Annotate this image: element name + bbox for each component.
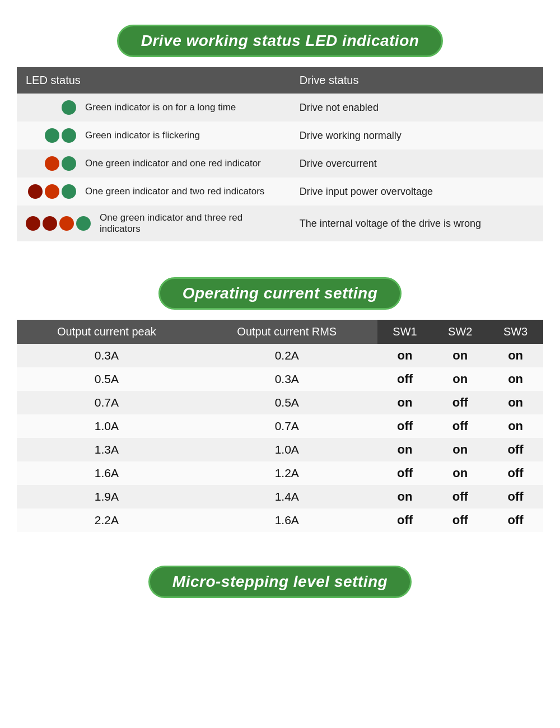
led-status-cell: One green indicator and two red indicato…	[17, 178, 291, 206]
current-cell-2: off	[377, 508, 433, 532]
current-cell-2: off	[377, 367, 433, 391]
current-table-row: 2.2A1.6Aoffoffoff	[17, 508, 543, 532]
micro-section-header: Micro-stepping level setting	[17, 566, 543, 598]
drive-status-text: Drive not enabled	[291, 94, 543, 122]
current-cell-2: on	[377, 438, 433, 461]
current-cell-2: on	[377, 485, 433, 508]
led-description: Green indicator is on for a long time	[80, 102, 282, 113]
drive-status-text: Drive working normally	[291, 122, 543, 150]
current-table-row: 0.5A0.3Aoffonon	[17, 367, 543, 391]
current-cell-4: on	[488, 367, 543, 391]
dots-area	[26, 184, 76, 199]
led-col1-header: LED status	[17, 67, 291, 94]
current-cell-1: 1.2A	[197, 461, 377, 485]
current-cell-0: 2.2A	[17, 508, 197, 532]
current-cell-2: on	[377, 344, 433, 367]
drive-status-text: The internal voltage of the drive is wro…	[291, 206, 543, 241]
led-status-cell: One green indicator and three red indica…	[17, 206, 291, 241]
drive-status-text: Drive overcurrent	[291, 150, 543, 178]
green-dot	[62, 100, 76, 115]
current-cell-1: 0.7A	[197, 414, 377, 438]
led-status-cell: Green indicator is flickering	[17, 122, 291, 150]
led-description: One green indicator and two red indicato…	[80, 186, 282, 197]
led-status-cell: One green indicator and one red indicato…	[17, 150, 291, 178]
current-col-header-3: SW2	[432, 320, 488, 344]
led-title: Drive working status LED indication	[141, 32, 419, 49]
red-dot	[45, 184, 59, 199]
current-col-header-4: SW3	[488, 320, 543, 344]
dark-red-dot	[43, 216, 57, 231]
current-cell-0: 1.6A	[17, 461, 197, 485]
current-cell-4: on	[488, 344, 543, 367]
current-cell-2: on	[377, 391, 433, 414]
current-cell-3: off	[432, 508, 488, 532]
current-table-row: 0.3A0.2Aononon	[17, 344, 543, 367]
current-table-row: 0.7A0.5Aonoffon	[17, 391, 543, 414]
led-table: LED status Drive status Green indicator …	[17, 67, 543, 241]
current-cell-1: 0.3A	[197, 367, 377, 391]
current-cell-4: on	[488, 414, 543, 438]
current-cell-3: on	[432, 367, 488, 391]
led-status-cell: Green indicator is on for a long time	[17, 94, 291, 122]
micro-title: Micro-stepping level setting	[172, 573, 388, 590]
green-dot	[45, 128, 59, 143]
current-cell-3: off	[432, 485, 488, 508]
current-cell-4: on	[488, 391, 543, 414]
led-description: One green indicator and three red indica…	[94, 212, 282, 235]
dark-red-dot	[28, 184, 43, 199]
led-table-row: One green indicator and one red indicato…	[17, 150, 543, 178]
led-description: Green indicator is flickering	[80, 130, 282, 141]
current-cell-4: off	[488, 461, 543, 485]
dots-area	[26, 100, 76, 115]
current-cell-3: off	[432, 391, 488, 414]
current-pill: Operating current setting	[158, 277, 402, 310]
current-cell-3: on	[432, 461, 488, 485]
red-dot	[45, 156, 59, 171]
current-cell-3: on	[432, 344, 488, 367]
current-cell-1: 0.2A	[197, 344, 377, 367]
current-cell-1: 1.0A	[197, 438, 377, 461]
micro-pill: Micro-stepping level setting	[148, 566, 412, 598]
current-col-header-1: Output current RMS	[197, 320, 377, 344]
current-cell-4: off	[488, 485, 543, 508]
current-cell-0: 0.3A	[17, 344, 197, 367]
current-cell-0: 1.0A	[17, 414, 197, 438]
current-cell-0: 0.5A	[17, 367, 197, 391]
current-table-row: 1.6A1.2Aoffonoff	[17, 461, 543, 485]
current-cell-2: off	[377, 414, 433, 438]
led-col2-header: Drive status	[291, 67, 543, 94]
current-table: Output current peakOutput current RMSSW1…	[17, 320, 543, 532]
led-table-row: Green indicator is on for a long timeDri…	[17, 94, 543, 122]
current-title: Operating current setting	[183, 284, 378, 302]
red-dot	[59, 216, 74, 231]
drive-status-text: Drive input power overvoltage	[291, 178, 543, 206]
led-section-header: Drive working status LED indication	[17, 25, 543, 57]
green-dot	[62, 184, 76, 199]
current-cell-1: 0.5A	[197, 391, 377, 414]
current-table-row: 1.3A1.0Aononoff	[17, 438, 543, 461]
current-cell-1: 1.6A	[197, 508, 377, 532]
current-cell-1: 1.4A	[197, 485, 377, 508]
current-cell-0: 1.3A	[17, 438, 197, 461]
dots-area	[26, 128, 76, 143]
led-table-row: Green indicator is flickeringDrive worki…	[17, 122, 543, 150]
led-table-row: One green indicator and three red indica…	[17, 206, 543, 241]
green-dot	[62, 156, 76, 171]
current-cell-0: 0.7A	[17, 391, 197, 414]
current-col-header-0: Output current peak	[17, 320, 197, 344]
green-dot	[62, 128, 76, 143]
dark-red-dot	[26, 216, 40, 231]
current-table-row: 1.9A1.4Aonoffoff	[17, 485, 543, 508]
current-table-row: 1.0A0.7Aoffoffon	[17, 414, 543, 438]
current-cell-4: off	[488, 438, 543, 461]
green-dot	[76, 216, 91, 231]
current-cell-2: off	[377, 461, 433, 485]
current-cell-3: on	[432, 438, 488, 461]
current-section-header: Operating current setting	[17, 277, 543, 310]
led-pill: Drive working status LED indication	[117, 25, 444, 57]
current-cell-3: off	[432, 414, 488, 438]
current-col-header-2: SW1	[377, 320, 433, 344]
dots-area	[26, 156, 76, 171]
dots-area	[26, 216, 91, 231]
current-cell-0: 1.9A	[17, 485, 197, 508]
